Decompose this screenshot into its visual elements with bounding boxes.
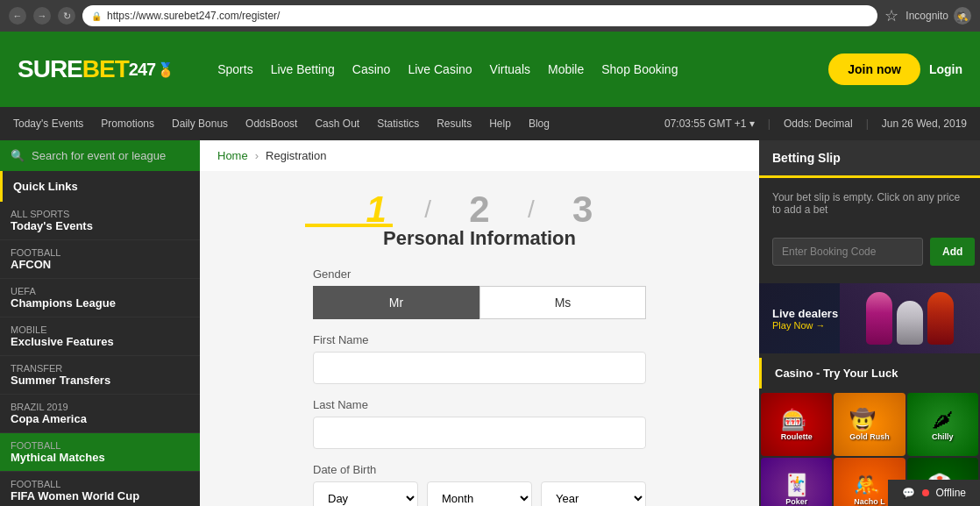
sidebar-item-name: Summer Transfers	[11, 374, 189, 387]
star-icon[interactable]: ☆	[884, 6, 898, 25]
casino-tile-poker[interactable]: 🃏 Poker	[761, 458, 832, 506]
sidebar-item-afcon[interactable]: Football AFCON	[0, 240, 200, 279]
dob-year-select[interactable]: Year	[541, 481, 646, 506]
last-name-input[interactable]	[313, 417, 646, 449]
sidebar-category: All Sports	[11, 209, 189, 219]
sidebar-item-name: FIFA Women World Cup	[11, 489, 189, 502]
sidebar-item-name: Mythical Matches	[11, 451, 189, 464]
sidebar-search[interactable]: 🔍 Search for event or league	[0, 140, 200, 171]
gender-ms-button[interactable]: Ms	[479, 286, 646, 319]
casino-section-header: Casino - Try Your Luck	[759, 358, 980, 388]
nav-virtuals[interactable]: Virtuals	[490, 59, 530, 80]
dealers-image	[840, 283, 980, 353]
logo[interactable]: SUREBET247🏅	[18, 55, 174, 83]
nav-statistics[interactable]: Statistics	[377, 118, 419, 130]
url-bar[interactable]: 🔒 https://www.surebet247.com/register/	[82, 5, 877, 26]
nav-oddsboost[interactable]: OddsBoost	[245, 118, 297, 130]
back-button[interactable]: ←	[9, 7, 26, 25]
dob-label: Date of Birth	[313, 463, 646, 476]
main-layout: 🔍 Search for event or league Quick Links…	[0, 140, 980, 506]
nav-casino[interactable]: Casino	[352, 59, 391, 80]
booking-code-row: Add	[759, 229, 980, 274]
nacho-label: Nacho L	[854, 497, 885, 506]
nav-live-betting[interactable]: Live Betting	[271, 59, 335, 80]
sidebar-item-exclusive-features[interactable]: Mobile Exclusive Features	[0, 317, 200, 356]
sidebar-item-summer-transfers[interactable]: Transfer Summer Transfers	[0, 356, 200, 395]
chat-status: Offline	[936, 487, 966, 499]
right-panel: Betting Slip Your bet slip is empty. Cli…	[759, 140, 980, 506]
breadcrumb-separator: ›	[255, 149, 259, 162]
sidebar-item-todays-events[interactable]: All Sports Today's Events	[0, 202, 200, 240]
breadcrumb: Home › Registration	[200, 140, 759, 171]
form-title: Personal Information	[235, 227, 724, 250]
add-button[interactable]: Add	[930, 238, 975, 266]
nav-live-casino[interactable]: Live Casino	[408, 59, 472, 80]
first-name-input[interactable]	[313, 352, 646, 384]
chat-offline[interactable]: 💬 Offline	[888, 480, 980, 506]
chilly-label: Chilly	[932, 432, 954, 441]
secondary-nav-right: 07:03:55 GMT +1 ▾ | Odds: Decimal | Jun …	[664, 118, 967, 130]
browser-chrome: ← → ↻ 🔒 https://www.surebet247.com/regis…	[0, 0, 980, 32]
booking-code-input[interactable]	[772, 238, 923, 266]
separator2: |	[866, 118, 869, 130]
first-name-label: First Name	[313, 333, 646, 346]
dealer-figure-2	[897, 301, 923, 345]
live-dealers-text: Live dealers Play Now →	[772, 307, 838, 331]
sidebar: 🔍 Search for event or league Quick Links…	[0, 140, 200, 506]
casino-tile-chilly[interactable]: 🌶 Chilly	[907, 393, 978, 456]
forward-button[interactable]: →	[33, 7, 51, 25]
nav-blog[interactable]: Blog	[529, 118, 550, 130]
step-sep-2: /	[523, 196, 539, 224]
nav-sports[interactable]: Sports	[217, 59, 252, 80]
login-button[interactable]: Login	[929, 62, 962, 76]
nav-cashout[interactable]: Cash Out	[315, 118, 359, 130]
sidebar-item-mythical-matches[interactable]: Football Mythical Matches	[0, 433, 200, 472]
secondary-nav-links: Today's Events Promotions Daily Bonus Od…	[13, 118, 550, 130]
nav-results[interactable]: Results	[437, 118, 472, 130]
goldrush-label: Gold Rush	[849, 432, 890, 441]
sidebar-category: Football	[11, 440, 189, 451]
betting-slip-header: Betting Slip	[759, 140, 980, 178]
roulette-label: Roulette	[781, 432, 813, 441]
live-dealers-banner: Live dealers Play Now →	[759, 283, 980, 353]
incognito-label: Incognito	[905, 10, 948, 22]
dob-month-select[interactable]: Month	[427, 481, 532, 506]
breadcrumb-home[interactable]: Home	[217, 149, 248, 162]
sidebar-item-name: AFCON	[11, 258, 189, 271]
chilly-icon: 🌶	[932, 408, 954, 432]
refresh-button[interactable]: ↻	[58, 7, 75, 25]
gender-label: Gender	[313, 267, 646, 281]
nav-promotions[interactable]: Promotions	[101, 118, 154, 130]
quick-links-label: Quick Links	[13, 180, 78, 193]
incognito-indicator: Incognito 🕵	[905, 7, 971, 25]
live-dealers-section: Live dealers Play Now →	[759, 283, 980, 353]
dob-day-select[interactable]: Day	[313, 481, 418, 506]
nav-mobile[interactable]: Mobile	[548, 59, 584, 80]
casino-tile-goldrush[interactable]: 🤠 Gold Rush	[834, 393, 905, 456]
sidebar-category: Brazil 2019	[11, 402, 189, 412]
last-name-label: Last Name	[313, 398, 646, 411]
gender-mr-button[interactable]: Mr	[313, 286, 479, 319]
sidebar-category: Football	[11, 247, 189, 258]
main-navigation: Sports Live Betting Casino Live Casino V…	[217, 59, 678, 80]
nav-todays-events[interactable]: Today's Events	[13, 118, 83, 130]
search-icon: 🔍	[11, 149, 25, 162]
casino-tile-roulette[interactable]: 🎰 Roulette	[761, 393, 832, 456]
sidebar-item-name: Champions League	[11, 296, 189, 310]
live-dealers-title: Live dealers	[772, 307, 838, 320]
date-display: Jun 26 Wed, 2019	[882, 118, 967, 130]
last-name-group: Last Name	[313, 398, 646, 449]
first-name-group: First Name	[313, 333, 646, 384]
join-now-button[interactable]: Join now	[828, 53, 920, 85]
sidebar-item-champions-league[interactable]: UEFA Champions League	[0, 279, 200, 317]
nav-daily-bonus[interactable]: Daily Bonus	[172, 118, 228, 130]
nav-shop-booking[interactable]: Shop Booking	[601, 59, 678, 80]
sidebar-item-copa-america[interactable]: Brazil 2019 Copa America	[0, 395, 200, 433]
nav-help[interactable]: Help	[489, 118, 511, 130]
play-now-link[interactable]: Play Now →	[772, 320, 838, 331]
gender-group: Gender Mr Ms	[313, 267, 646, 319]
header-buttons: Join now Login	[828, 53, 962, 85]
dealer-figure-1	[866, 292, 892, 345]
odds-display: Odds: Decimal	[784, 118, 853, 130]
sidebar-item-fifa-women[interactable]: Football FIFA Women World Cup	[0, 472, 200, 506]
